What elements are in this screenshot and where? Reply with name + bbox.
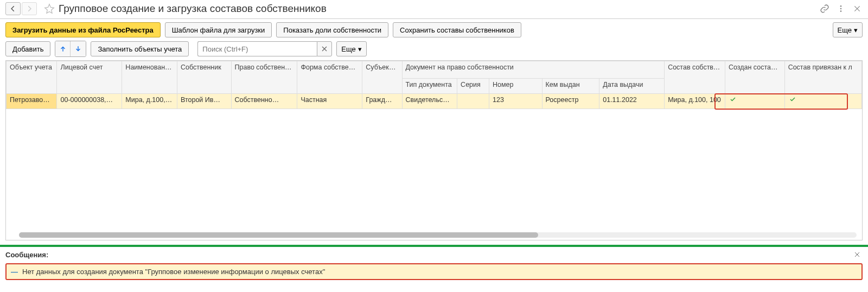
check-icon <box>729 96 737 103</box>
message-row[interactable]: — Нет данных для создания документа "Гру… <box>5 263 863 280</box>
cell-issue-date[interactable]: 01.11.2022 <box>599 94 665 109</box>
link-icon[interactable] <box>819 3 830 14</box>
check-icon <box>788 96 797 103</box>
chevron-down-icon: ▾ <box>854 26 858 34</box>
search-clear-button[interactable] <box>317 41 332 56</box>
cell-composition[interactable]: Мира, д.100, 100 <box>665 94 725 109</box>
col-doc-type[interactable]: Тип документа <box>402 79 457 94</box>
cell-series[interactable] <box>457 94 489 109</box>
page-title: Групповое создание и загрузка составов с… <box>59 3 819 15</box>
cell-created-check[interactable] <box>725 94 784 109</box>
show-shares-button[interactable]: Показать доли собственности <box>276 22 388 37</box>
kebab-menu-icon[interactable] <box>835 3 846 14</box>
load-rosreestr-button[interactable]: Загрузить данные из файла РосРеестра <box>5 22 161 37</box>
data-table-wrap: Объект учета Лицевой счет Наименование с… <box>5 60 863 240</box>
close-icon[interactable] <box>852 3 863 14</box>
table-row[interactable]: Петрозаво… 00-000000038,… Мира, д.100,… … <box>7 94 862 109</box>
move-group <box>55 41 86 57</box>
col-issued-by[interactable]: Кем выдан <box>542 79 599 94</box>
fill-objects-button[interactable]: Заполнить объекты учета <box>91 41 189 56</box>
svg-point-1 <box>840 8 842 10</box>
cell-subject[interactable]: Гражд… <box>362 94 402 109</box>
data-table[interactable]: Объект учета Лицевой счет Наименование с… <box>6 61 862 109</box>
arrow-down-icon <box>74 45 82 53</box>
col-doc-group[interactable]: Документ на право собственности <box>402 61 665 79</box>
col-composition[interactable]: Состав собственников <box>665 61 725 94</box>
nav-back-button[interactable] <box>5 2 21 15</box>
col-subject[interactable]: Субъект права <box>362 61 402 94</box>
nav-forward-button[interactable] <box>22 2 37 15</box>
svg-point-2 <box>840 10 842 12</box>
cell-number[interactable]: 123 <box>489 94 542 109</box>
template-file-button[interactable]: Шаблон файла для загрузки <box>165 22 272 37</box>
toolbar-secondary: Добавить Заполнить объекты учета Еще▾ <box>0 41 868 60</box>
arrow-right-icon <box>25 5 33 12</box>
col-right[interactable]: Право собственности <box>231 61 297 94</box>
arrow-up-icon <box>59 45 67 53</box>
cell-comp-name[interactable]: Мира, д.100,… <box>122 94 177 109</box>
star-icon <box>44 3 55 14</box>
more-button-2[interactable]: Еще▾ <box>336 41 366 56</box>
col-number[interactable]: Номер <box>489 79 542 94</box>
cell-account[interactable]: 00-000000038,… <box>57 94 122 109</box>
col-linked[interactable]: Состав привязан к л <box>784 61 861 94</box>
cell-doc-type[interactable]: Свидетельс… <box>402 94 457 109</box>
horizontal-scrollbar[interactable] <box>19 232 857 238</box>
col-series[interactable]: Серия <box>457 79 489 94</box>
chevron-down-icon: ▾ <box>358 45 362 53</box>
col-comp-name[interactable]: Наименование состава <box>122 61 177 94</box>
cell-linked-check[interactable] <box>784 94 861 109</box>
cell-object[interactable]: Петрозаво… <box>7 94 57 109</box>
messages-header: Сообщения: <box>0 247 868 262</box>
col-account[interactable]: Лицевой счет <box>57 61 122 94</box>
favorite-star-button[interactable] <box>42 2 56 15</box>
col-object[interactable]: Объект учета <box>7 61 57 94</box>
save-compositions-button[interactable]: Сохранить составы собственников <box>393 22 521 37</box>
move-down-button[interactable] <box>71 41 86 56</box>
cell-right[interactable]: Собственно… <box>231 94 297 109</box>
col-issue-date[interactable]: Дата выдачи <box>599 79 665 94</box>
more-button-1[interactable]: Еще▾ <box>833 22 863 37</box>
messages-title: Сообщения: <box>5 251 48 259</box>
cell-owner[interactable]: Второй Ив… <box>177 94 231 109</box>
move-up-button[interactable] <box>55 41 71 56</box>
arrow-left-icon <box>9 5 17 12</box>
col-owner[interactable]: Собственник <box>177 61 231 94</box>
messages-close-icon[interactable] <box>852 249 863 260</box>
message-bullet-icon: — <box>11 268 18 276</box>
svg-point-0 <box>840 5 842 7</box>
add-button[interactable]: Добавить <box>5 41 50 56</box>
header-bar: Групповое создание и загрузка составов с… <box>0 0 868 19</box>
search-input[interactable] <box>197 41 317 56</box>
cell-form[interactable]: Частная <box>297 94 362 109</box>
x-icon <box>321 46 328 52</box>
col-form[interactable]: Форма собственности <box>297 61 362 94</box>
message-text: Нет данных для создания документа "Групп… <box>22 268 325 276</box>
col-created[interactable]: Создан состав собственников <box>725 61 784 94</box>
cell-issued-by[interactable]: Росреестр <box>542 94 599 109</box>
toolbar-primary: Загрузить данные из файла РосРеестра Шаб… <box>0 19 868 41</box>
